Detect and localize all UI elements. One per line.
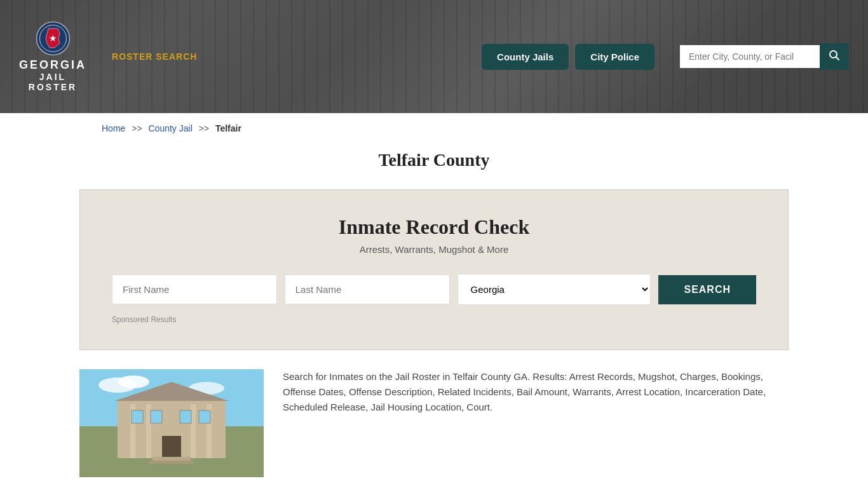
breadcrumb: Home >> County Jail >> Telfair [0,113,868,144]
svg-rect-21 [180,410,191,423]
svg-rect-22 [199,410,210,423]
logo-georgia-text: GEORGIA [19,58,86,72]
first-name-input[interactable] [112,274,277,304]
bottom-section: Search for Inmates on the Jail Roster in… [0,350,868,488]
city-police-button[interactable]: City Police [575,44,654,70]
building-image [79,369,264,477]
breadcrumb-county-jail[interactable]: County Jail [149,123,193,133]
breadcrumb-home[interactable]: Home [102,123,125,133]
logo-roster-text: ROSTER [29,82,77,92]
svg-rect-20 [151,410,162,423]
county-jails-button[interactable]: County Jails [482,44,569,70]
header-content: ★ GEORGIA JAIL ROSTER ROSTER SEARCH Coun… [0,0,868,113]
sponsored-label: Sponsored Results [112,315,756,324]
state-select[interactable]: Georgia Alabama Florida Tennessee [458,274,651,305]
last-name-input[interactable] [285,274,450,304]
page-title-section: Telfair County [0,144,868,189]
bottom-description: Search for Inmates on the Jail Roster in… [283,369,789,415]
inmate-record-title: Inmate Record Check [112,215,756,239]
breadcrumb-separator-1: >> [132,123,142,133]
svg-rect-19 [132,410,143,423]
header-search-input[interactable] [680,45,820,68]
inmate-search-form: Georgia Alabama Florida Tennessee SEARCH [112,274,756,305]
georgia-seal-icon: ★ [36,21,71,56]
svg-point-9 [118,376,149,388]
inmate-record-subtitle: Arrests, Warrants, Mugshot & More [112,244,756,255]
breadcrumb-current: Telfair [215,123,241,133]
search-icon [829,50,840,61]
header-search-button[interactable] [820,43,849,70]
header-search [680,43,849,70]
site-logo[interactable]: ★ GEORGIA JAIL ROSTER [19,21,86,92]
page-title: Telfair County [0,150,868,170]
nav-buttons: County Jails City Police [482,44,654,70]
site-header: ★ GEORGIA JAIL ROSTER ROSTER SEARCH Coun… [0,0,868,113]
inmate-record-section: Inmate Record Check Arrests, Warrants, M… [79,189,789,350]
roster-search-link[interactable]: ROSTER SEARCH [112,51,197,62]
breadcrumb-separator-2: >> [199,123,209,133]
logo-jail-text: JAIL [39,72,66,82]
svg-line-6 [836,57,839,60]
svg-text:★: ★ [49,34,57,43]
svg-rect-23 [153,457,191,461]
svg-rect-18 [162,436,181,458]
inmate-search-button[interactable]: SEARCH [658,275,756,304]
svg-rect-24 [149,461,194,464]
building-visual-icon [79,369,264,477]
